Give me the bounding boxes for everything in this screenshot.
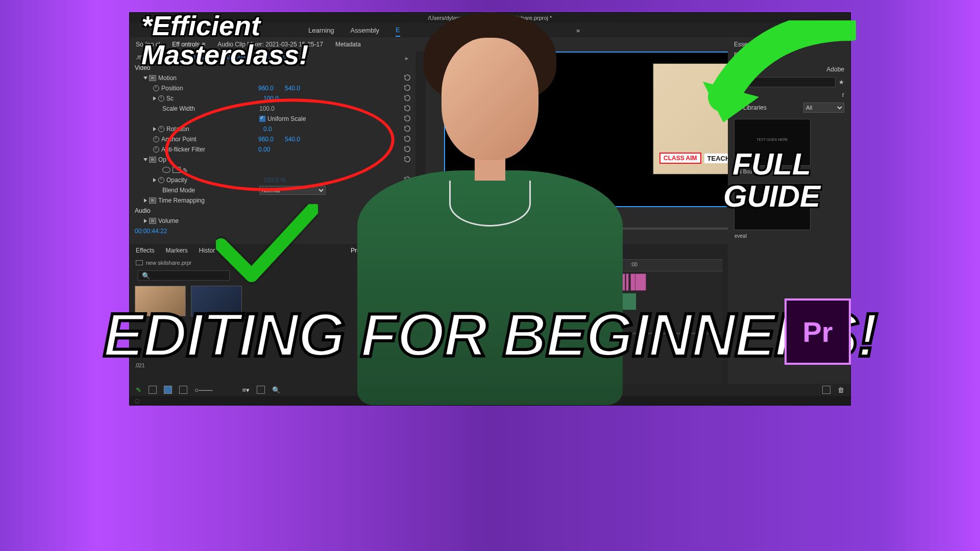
stopwatch-icon[interactable] — [153, 85, 159, 91]
program-title[interactable]: 25 15-25-17 — [432, 41, 470, 48]
workspace-assembly[interactable]: Assembly — [351, 24, 379, 36]
twirl-icon[interactable] — [153, 95, 158, 102]
twirl-icon[interactable] — [144, 197, 149, 204]
reset-icon[interactable] — [403, 156, 411, 164]
tab-metadata[interactable]: Metadata — [335, 41, 361, 48]
workspace-libraries[interactable]: Libraries — [514, 24, 540, 36]
reset-icon[interactable] — [403, 74, 411, 83]
tab-markers[interactable]: Markers — [165, 247, 187, 254]
reset-icon[interactable] — [403, 135, 411, 144]
stopwatch-icon[interactable] — [153, 136, 159, 142]
reset-icon[interactable] — [403, 176, 411, 185]
freeform-view-icon[interactable] — [179, 386, 187, 394]
fx-motion[interactable]: fx Motion — [130, 73, 415, 83]
sort-icon[interactable]: ≡▾ — [242, 386, 250, 394]
annotation-green-arrow — [682, 20, 856, 153]
list-view-icon[interactable] — [149, 386, 157, 394]
reset-icon[interactable] — [403, 186, 411, 195]
ellipse-mask-icon[interactable] — [162, 167, 170, 173]
mogrt-label: eveal — [734, 233, 810, 239]
stopwatch-icon[interactable] — [158, 177, 164, 183]
fx-badge-icon[interactable]: fx — [149, 197, 156, 204]
creative-cloud-bar: ◌ — [130, 396, 850, 405]
fx-position[interactable]: Position 960.0 540.0 — [130, 83, 415, 93]
workspace-editing[interactable]: E — [396, 24, 400, 37]
project-footer-toolbar: ✎ ○─── ≡▾ 🔍 🗑 — [130, 384, 850, 396]
stopwatch-icon[interactable] — [158, 126, 164, 132]
zoom-slider[interactable]: ○─── — [194, 386, 212, 394]
fx-badge-icon[interactable]: fx — [149, 75, 156, 81]
reset-icon[interactable] — [403, 94, 411, 103]
video-clip[interactable] — [635, 273, 646, 291]
project-filename: new skilshare.prpr — [146, 257, 191, 268]
new-item-icon[interactable] — [822, 386, 830, 394]
position-x[interactable]: 960.0 — [258, 85, 285, 92]
twirl-icon[interactable] — [153, 126, 158, 133]
reset-icon[interactable] — [403, 105, 411, 113]
twirl-icon[interactable] — [153, 177, 158, 184]
twirl-icon[interactable] — [144, 217, 149, 224]
automate-icon[interactable] — [257, 386, 265, 394]
reset-icon[interactable] — [403, 217, 411, 226]
workspace-overflow-icon[interactable]: » — [576, 24, 580, 36]
pen-icon[interactable]: ✎ — [136, 386, 141, 394]
fx-badge-icon[interactable]: fx — [149, 218, 156, 224]
reset-icon[interactable] — [403, 84, 411, 93]
video-clip[interactable] — [621, 273, 625, 291]
stopwatch-icon[interactable] — [153, 146, 159, 153]
reset-icon[interactable] — [403, 145, 411, 154]
overlay-efficient: *Efficient Masterclass! — [141, 11, 308, 69]
tab-history[interactable]: Histor — [199, 247, 215, 254]
premiere-logo-icon: Pr — [785, 298, 851, 365]
reset-icon[interactable] — [403, 125, 411, 134]
workspace-learning[interactable]: Learning — [308, 24, 334, 36]
fx-badge-icon[interactable]: fx — [149, 157, 156, 163]
twirl-icon[interactable] — [144, 156, 149, 163]
workspace-graphics[interactable]: Graphics — [471, 24, 498, 36]
tab-effects[interactable]: Effects — [136, 247, 154, 254]
lower-third-tag: CLASS AIM — [659, 153, 701, 164]
tab-project[interactable]: Project: new skilshare — [351, 247, 415, 254]
crumb-play-icon[interactable]: ▸ — [405, 53, 412, 60]
trash-icon[interactable]: 🗑 — [838, 386, 844, 394]
stopwatch-icon[interactable] — [158, 95, 164, 102]
find-icon[interactable]: 🔍 — [272, 386, 280, 394]
reset-icon[interactable] — [403, 115, 411, 123]
overlay-headline: EDITING FOR BEGINNERS! — [103, 299, 877, 370]
video-clip[interactable] — [626, 273, 629, 291]
timeline-ruler[interactable]: :00 — [492, 259, 723, 271]
position-y[interactable]: 540.0 — [285, 85, 311, 92]
bin-icon[interactable] — [136, 260, 143, 265]
icon-view-icon[interactable] — [164, 386, 172, 394]
cc-icon[interactable]: ◌ — [135, 397, 140, 404]
annotation-green-check — [216, 204, 318, 286]
overlay-full-guide: FULL GUIDE — [723, 148, 820, 212]
twirl-icon[interactable] — [144, 74, 149, 82]
